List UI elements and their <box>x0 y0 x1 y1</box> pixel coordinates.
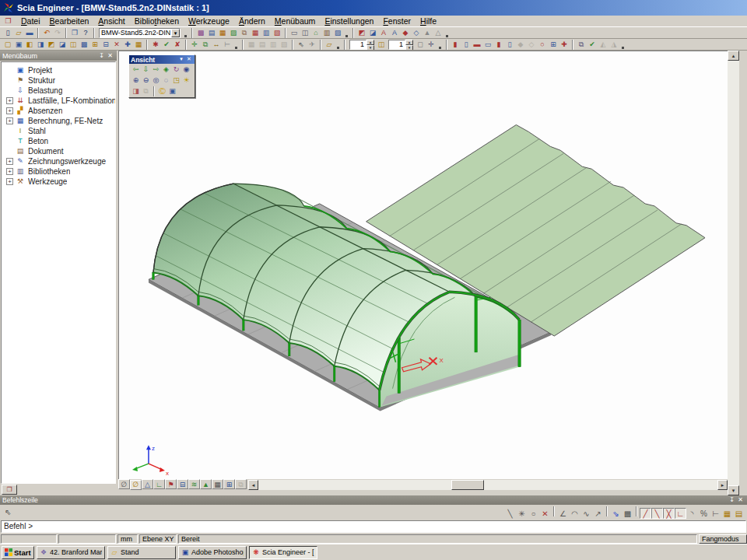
snap-line-grid-icon[interactable]: ▤ <box>733 509 745 520</box>
tree-expand-icon[interactable]: + <box>6 107 13 114</box>
new-window-icon[interactable]: ❐ <box>69 28 80 38</box>
move-icon[interactable]: ✛ <box>189 40 200 50</box>
chevron-down-icon[interactable]: ▾ <box>177 56 185 63</box>
activity-spinner-input[interactable] <box>349 40 366 50</box>
tree-item-struktur[interactable]: ⚑Struktur <box>6 75 115 86</box>
menubaum-panel-tab[interactable]: ❐ <box>2 485 17 495</box>
tree-expand-icon[interactable]: + <box>6 178 13 185</box>
tree-expand-icon[interactable]: + <box>6 97 13 104</box>
node-support-icon[interactable]: ◆ <box>515 40 526 50</box>
render-toggle-icon[interactable]: ∅ <box>130 480 142 490</box>
tree-item-label[interactable]: Projekt <box>28 66 52 75</box>
document-window-icon[interactable]: ❐ <box>3 17 13 26</box>
spinner-up-icon[interactable]: ▴ <box>366 40 374 45</box>
new-point-icon[interactable]: ✳ <box>516 509 528 520</box>
document-preview-icon[interactable]: ▥ <box>268 40 279 50</box>
display-labels-icon[interactable]: A <box>378 28 389 38</box>
check-structure-icon[interactable]: ✔ <box>587 40 598 50</box>
new-circle-icon[interactable]: ○ <box>528 509 539 520</box>
ucs-icon[interactable]: ✛ <box>426 40 437 50</box>
layer-spinner-input[interactable] <box>388 40 405 50</box>
menu-einstellungen[interactable]: Einstellungen <box>320 16 378 26</box>
tree-item-label[interactable]: Stahl <box>28 127 46 135</box>
document-icon[interactable]: ▤ <box>206 28 217 38</box>
ansicht-caption[interactable]: Ansicht ▾ ✕ <box>129 55 195 64</box>
snap-length-icon[interactable]: ⊢ <box>710 509 721 520</box>
selection-mode-icon[interactable]: ✚ <box>122 40 133 50</box>
status-plane[interactable]: Ebene XY <box>139 534 177 544</box>
taskbar-item-scia[interactable]: ❋Scia Engineer - [... <box>249 546 317 559</box>
tree-item-label[interactable]: Lastfälle, LF-Kombinationen <box>28 96 115 105</box>
toolbar-more-dot[interactable] <box>622 47 624 49</box>
zoom-window-icon[interactable]: ◉ <box>181 65 191 74</box>
close-icon[interactable]: ✕ <box>185 56 193 63</box>
terrain-toggle-icon[interactable]: ▲ <box>200 479 212 489</box>
taskbar-item-branford[interactable]: ❖42. Branford Marsa... <box>37 546 105 559</box>
tree-item-absenzen[interactable]: +▞Absenzen <box>6 106 115 116</box>
vector-icon[interactable]: ↗ <box>592 509 604 520</box>
display-supports-icon[interactable]: ◆ <box>400 28 411 38</box>
weld-icon[interactable]: ◭ <box>598 40 608 50</box>
display-members-icon[interactable]: ◪ <box>367 28 378 38</box>
snap-intersection-icon[interactable]: ╳ <box>663 508 675 519</box>
previous-selection-icon[interactable]: ⊟ <box>100 40 111 50</box>
table-edit-icon[interactable]: ▦ <box>246 40 257 50</box>
help-icon[interactable]: ? <box>80 28 91 38</box>
fly-mode-icon[interactable]: ✈ <box>307 40 317 50</box>
coordinates-info-icon[interactable]: Ⓒ <box>157 86 167 96</box>
copy-icon[interactable]: ⧉ <box>200 40 211 50</box>
start-button[interactable]: Start <box>2 546 34 559</box>
flag-toggle-icon[interactable]: ⚑ <box>165 479 177 489</box>
wireframe-toggle-icon[interactable]: ∅ <box>118 479 130 489</box>
tree-item-berechnung[interactable]: +▦Berechnung, FE-Netz <box>6 116 115 126</box>
title-bar[interactable]: Scia Engineer - [BMW-Stand5.2n2-DINstati… <box>0 0 747 16</box>
cancel-icon[interactable]: ✘ <box>172 40 183 50</box>
command-input[interactable]: Befehl > <box>1 520 746 533</box>
select-nodes-icon[interactable]: ▢ <box>2 40 13 50</box>
shrink-members-icon[interactable]: ▲ <box>422 28 433 38</box>
animation-toggle-icon[interactable]: ≋ <box>188 479 200 489</box>
rib-icon[interactable]: ▮ <box>493 40 504 50</box>
delete-entity-icon[interactable]: ✕ <box>539 509 551 520</box>
select-by-property-icon[interactable]: ◫ <box>68 40 79 50</box>
select-by-layer-icon[interactable]: ▩ <box>79 40 89 50</box>
tree-item-label[interactable]: Zeichnungswerkzeuge <box>28 157 106 166</box>
spinner-down-icon[interactable]: ▾ <box>405 45 413 51</box>
display-nodes-icon[interactable]: ◩ <box>356 28 367 38</box>
beam-support-icon[interactable]: ◇ <box>526 40 537 50</box>
display-names-icon[interactable]: A <box>389 28 400 38</box>
plate-icon[interactable]: ▬ <box>472 40 482 50</box>
grid-toggle-icon[interactable]: ▦ <box>212 479 223 489</box>
view-top-icon[interactable]: ⇩ <box>141 65 151 74</box>
book-icon[interactable]: ▥ <box>321 28 332 38</box>
render-wireframe-icon[interactable]: △ <box>433 28 444 38</box>
perspective-icon[interactable]: ◨ <box>131 86 141 96</box>
toolbar-more-dot[interactable] <box>446 35 448 37</box>
menu-hilfe[interactable]: Hilfe <box>416 16 441 26</box>
select-members-icon[interactable]: ▣ <box>13 40 24 50</box>
cross-link-icon[interactable]: ⊞ <box>548 40 559 50</box>
clear-selection-icon[interactable]: ✕ <box>111 40 122 50</box>
params-toggle-icon[interactable]: ⊟ <box>177 479 188 489</box>
scroll-right-icon[interactable]: ▸ <box>717 480 728 490</box>
beam-icon[interactable]: ▮ <box>450 40 461 50</box>
tree-item-werkzeuge[interactable]: +⚒Werkzeuge <box>6 177 115 187</box>
spinner-down-icon[interactable]: ▾ <box>366 45 374 51</box>
select-dimensions-icon[interactable]: ◪ <box>57 40 68 50</box>
snap-tangent-icon[interactable]: ◝ <box>686 509 698 520</box>
redo-icon[interactable]: ↷ <box>52 28 63 38</box>
tree-item-label[interactable]: Absenzen <box>28 107 62 115</box>
taskbar-item-photoshop[interactable]: ▣Adobe Photoshop ... <box>178 546 247 559</box>
taskbar-item-stand-folder[interactable]: ▱Stand <box>107 546 176 559</box>
surface-toggle-icon[interactable]: △ <box>142 479 153 489</box>
horizontal-scrollbar[interactable]: ◂ ▸ <box>248 480 728 490</box>
tree-expand-icon[interactable]: + <box>6 168 13 175</box>
tree-item-label[interactable]: Beton <box>28 137 48 145</box>
clipping-box-icon[interactable]: ◳ <box>171 75 181 85</box>
printer-icon[interactable]: ▭ <box>289 28 300 38</box>
print-preview-icon[interactable]: ◫ <box>300 28 310 38</box>
toolbar-more-dot[interactable] <box>345 35 348 37</box>
view-front-icon[interactable]: ⇦ <box>131 65 141 74</box>
tree-item-zeichnung[interactable]: +✎Zeichnungswerkzeuge <box>6 156 115 166</box>
tree-item-bibliotheken[interactable]: +▥Bibliotheken <box>6 166 115 177</box>
